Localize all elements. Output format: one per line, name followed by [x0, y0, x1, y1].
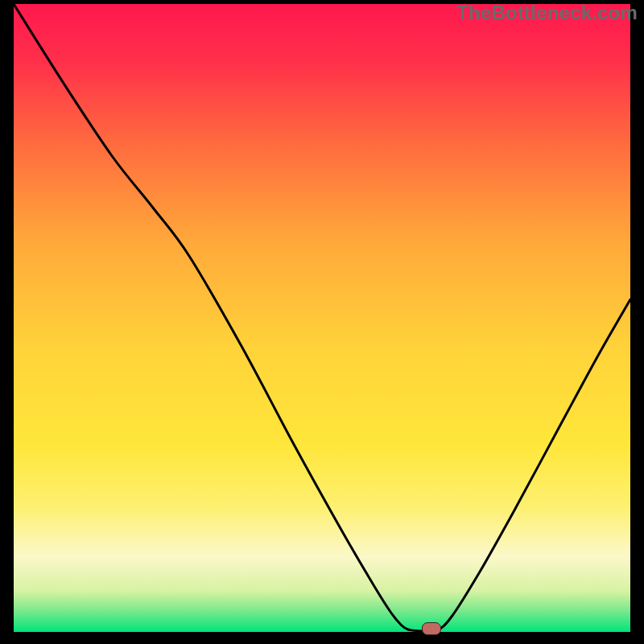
chart-svg — [14, 4, 630, 632]
plot-area — [14, 4, 630, 632]
chart-frame: TheBottleneck.com — [0, 0, 644, 644]
gradient-background — [14, 4, 630, 632]
optimal-point-marker — [422, 622, 441, 635]
watermark-text: TheBottleneck.com — [456, 2, 638, 24]
